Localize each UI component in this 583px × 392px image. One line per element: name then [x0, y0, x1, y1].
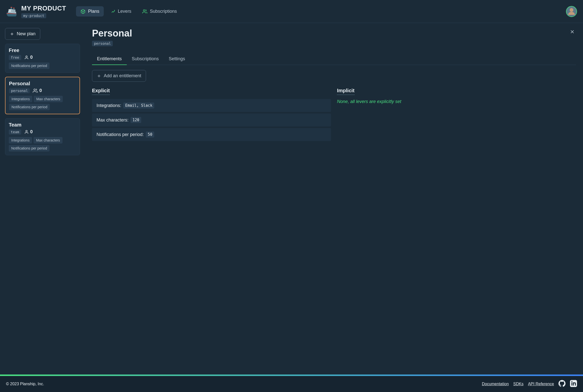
new-plan-label: New plan	[17, 31, 36, 36]
tab-subscriptions[interactable]: Subscriptions	[127, 53, 164, 65]
link-api-reference[interactable]: API Reference	[528, 382, 554, 386]
product-slug: my-product	[21, 13, 46, 18]
user-icon	[24, 55, 29, 60]
tabs: Entitlements Subscriptions Settings	[92, 53, 576, 65]
nav-plans[interactable]: Plans	[76, 6, 104, 16]
entitlement-label: Notifications per period:	[96, 132, 144, 137]
plan-tags: Notifications per period	[9, 62, 76, 69]
link-documentation[interactable]: Documentation	[482, 382, 509, 386]
add-entitlement-button[interactable]: Add an entitlement	[92, 70, 146, 82]
github-icon[interactable]	[558, 380, 566, 388]
add-entitlement-label: Add an entitlement	[104, 73, 141, 78]
new-plan-button[interactable]: New plan	[5, 28, 40, 40]
entitlement-row[interactable]: Notifications per period: 50	[92, 128, 331, 141]
header: 🚢 MY PRODUCT my-product Plans Levers Sub…	[0, 0, 583, 23]
entitlement-value: Email, Slack	[123, 102, 154, 108]
tab-content: Add an entitlement Explicit Integrations…	[92, 65, 576, 142]
title-slug: personal	[92, 41, 113, 46]
nav-label: Subscriptions	[150, 9, 177, 14]
plan-card-free[interactable]: Free free 0 Notifications per period	[5, 44, 80, 73]
plan-tag: Notifications per period	[9, 145, 50, 152]
close-button[interactable]	[568, 28, 576, 36]
plan-tag: Notifications per period	[9, 62, 50, 69]
plan-card-team[interactable]: Team team 0 Integrations Max characters …	[5, 118, 80, 155]
close-icon	[570, 29, 575, 34]
plan-tag: Notifications per period	[9, 104, 50, 110]
svg-point-5	[34, 89, 36, 90]
plus-icon	[97, 74, 101, 78]
footer-links: Documentation SDKs API Reference	[482, 380, 577, 388]
user-icon	[24, 130, 29, 134]
plan-tag: Max characters	[34, 137, 62, 144]
implicit-column: Implicit None, all levers are explicitly…	[337, 88, 576, 142]
product-info: MY PRODUCT my-product	[21, 4, 66, 18]
avatar-face-icon	[567, 7, 576, 16]
logo-icon: 🚢	[6, 6, 17, 17]
nav: Plans Levers Subscriptions	[76, 6, 181, 16]
tab-settings[interactable]: Settings	[164, 53, 190, 65]
content-header: Personal personal	[92, 28, 576, 46]
nav-subscriptions[interactable]: Subscriptions	[138, 6, 181, 16]
plan-meta: personal 0	[9, 88, 76, 93]
sidebar: New plan Free free 0 Notifications per p…	[0, 23, 85, 374]
logo-section: 🚢 MY PRODUCT my-product	[6, 4, 66, 18]
main: New plan Free free 0 Notifications per p…	[0, 23, 583, 374]
svg-point-4	[26, 56, 27, 57]
users-icon	[33, 88, 38, 93]
footer: © 2023 Planship, Inc. Documentation SDKs…	[0, 376, 583, 392]
explicit-header: Explicit	[92, 88, 110, 95]
content: Personal personal Entitlements Subscript…	[85, 23, 583, 374]
plan-count: 0	[33, 88, 42, 93]
svg-point-0	[144, 10, 145, 11]
plan-name: Free	[9, 48, 76, 53]
entitlement-row[interactable]: Max characters: 120	[92, 114, 331, 126]
entitlement-value: 120	[130, 117, 141, 123]
entitlement-value: 50	[146, 132, 154, 138]
plan-slug: free	[9, 55, 21, 60]
plan-tag: Integrations	[9, 137, 32, 144]
product-name: MY PRODUCT	[21, 4, 66, 12]
implicit-empty-text: None, all levers are explicitly set	[337, 99, 576, 104]
users-icon	[142, 9, 147, 14]
copyright: © 2023 Planship, Inc.	[6, 382, 44, 386]
nav-label: Levers	[118, 9, 131, 14]
implicit-header: Implicit	[337, 88, 354, 95]
entitlement-label: Max characters:	[96, 118, 128, 123]
plan-tag: Integrations	[9, 96, 32, 102]
nav-levers[interactable]: Levers	[106, 6, 136, 16]
nav-label: Plans	[88, 9, 99, 14]
link-sdks[interactable]: SDKs	[513, 382, 524, 386]
svg-point-6	[26, 130, 27, 132]
plan-tag: Max characters	[34, 96, 63, 102]
plan-card-personal[interactable]: Personal personal 0 Integrations Max cha…	[5, 77, 80, 114]
plan-count: 0	[24, 55, 33, 60]
entitlement-label: Integrations:	[96, 103, 121, 108]
plan-tags: Integrations Max characters Notification…	[9, 96, 76, 110]
entitlement-row[interactable]: Integrations: Email, Slack	[92, 99, 331, 112]
plan-slug: team	[9, 130, 21, 134]
plan-count: 0	[24, 129, 33, 134]
avatar[interactable]	[566, 6, 577, 17]
svg-point-1	[570, 8, 574, 12]
page-title: Personal	[92, 28, 132, 39]
plan-name: Team	[9, 122, 76, 128]
plan-meta: free 0	[9, 55, 76, 60]
explicit-column: Explicit Integrations: Email, Slack Max …	[92, 88, 331, 142]
box-icon	[80, 9, 86, 14]
plan-name: Personal	[9, 81, 76, 86]
plan-tags: Integrations Max characters Notification…	[9, 137, 76, 152]
linkedin-icon[interactable]	[570, 380, 577, 388]
tab-entitlements[interactable]: Entitlements	[92, 53, 127, 65]
plan-slug: personal	[9, 88, 30, 93]
plus-icon	[10, 32, 14, 36]
trending-up-icon	[110, 9, 115, 14]
plan-meta: team 0	[9, 129, 76, 134]
columns: Explicit Integrations: Email, Slack Max …	[92, 88, 576, 142]
